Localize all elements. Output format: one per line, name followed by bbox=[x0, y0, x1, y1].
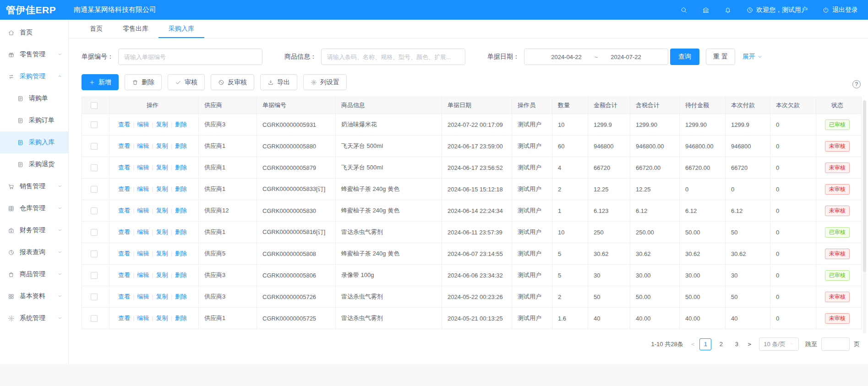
search-submit-button[interactable]: 查询 bbox=[670, 49, 699, 65]
edit-link[interactable]: 编辑 bbox=[137, 315, 149, 321]
copy-link[interactable]: 复制 bbox=[156, 121, 168, 128]
edit-link[interactable]: 编辑 bbox=[137, 142, 149, 149]
page-number-2[interactable]: 2 bbox=[715, 338, 727, 350]
tab-home[interactable]: 首页 bbox=[80, 20, 113, 38]
sidebar-item-products[interactable]: 商品管理 bbox=[0, 263, 68, 285]
sidebar-item-finance[interactable]: 财务管理 bbox=[0, 219, 68, 241]
delete-link[interactable]: 删除 bbox=[175, 315, 187, 321]
delete-link[interactable]: 删除 bbox=[175, 185, 187, 192]
edit-link[interactable]: 编辑 bbox=[137, 250, 149, 257]
view-link[interactable]: 查看 bbox=[118, 185, 130, 192]
edit-link[interactable]: 编辑 bbox=[137, 293, 149, 300]
sidebar-item-home[interactable]: 首页 bbox=[0, 22, 68, 43]
edit-link[interactable]: 编辑 bbox=[137, 207, 149, 214]
jump-page-input[interactable] bbox=[821, 337, 850, 351]
date-from[interactable]: 2024-04-22 bbox=[551, 54, 582, 60]
sidebar-item-basic-data[interactable]: 基本资料 bbox=[0, 285, 68, 307]
row-checkbox[interactable] bbox=[91, 164, 98, 171]
page-number-3[interactable]: 3 bbox=[731, 338, 742, 350]
sidebar-item-purchase-order[interactable]: 采购订单 bbox=[0, 109, 68, 131]
product-info-input[interactable] bbox=[321, 49, 465, 65]
copy-link[interactable]: 复制 bbox=[156, 207, 168, 214]
view-link[interactable]: 查看 bbox=[118, 121, 130, 128]
sidebar-item-reports[interactable]: 报表查询 bbox=[0, 241, 68, 263]
delete-link[interactable]: 删除 bbox=[175, 121, 187, 128]
view-link[interactable]: 查看 bbox=[118, 142, 130, 149]
prev-page-button[interactable]: < bbox=[690, 341, 696, 348]
view-link[interactable]: 查看 bbox=[118, 315, 130, 321]
row-checkbox[interactable] bbox=[91, 186, 98, 193]
copy-link[interactable]: 复制 bbox=[156, 272, 168, 278]
tab-retail-outbound[interactable]: 零售出库 bbox=[113, 20, 158, 38]
next-page-button[interactable]: > bbox=[746, 341, 753, 348]
sidebar-item-sales[interactable]: 销售管理 bbox=[0, 175, 68, 197]
cell-paid: 40 bbox=[726, 308, 770, 329]
sidebar-item-retail[interactable]: 零售管理 bbox=[0, 43, 68, 65]
add-button[interactable]: 新增 bbox=[82, 74, 119, 90]
unaudit-button[interactable]: 反审核 bbox=[211, 74, 254, 90]
row-checkbox[interactable] bbox=[91, 143, 98, 150]
row-checkbox[interactable] bbox=[91, 315, 98, 322]
edit-link[interactable]: 编辑 bbox=[137, 121, 149, 128]
edit-link[interactable]: 编辑 bbox=[137, 164, 149, 171]
date-to[interactable]: 2024-07-22 bbox=[611, 54, 641, 60]
export-button[interactable]: 导出 bbox=[260, 74, 297, 90]
copy-link[interactable]: 复制 bbox=[156, 142, 168, 149]
copy-link[interactable]: 复制 bbox=[156, 164, 168, 171]
row-checkbox[interactable] bbox=[91, 207, 98, 214]
row-checkbox[interactable] bbox=[91, 294, 98, 300]
row-checkbox[interactable] bbox=[91, 229, 98, 236]
delete-link[interactable]: 删除 bbox=[175, 228, 187, 235]
delete-link[interactable]: 删除 bbox=[175, 207, 187, 214]
bank-button[interactable] bbox=[702, 6, 710, 14]
copy-link[interactable]: 复制 bbox=[156, 185, 168, 192]
edit-link[interactable]: 编辑 bbox=[137, 228, 149, 235]
page-size-select[interactable]: 10 条/页 bbox=[759, 337, 799, 351]
search-button[interactable] bbox=[680, 6, 688, 14]
view-link[interactable]: 查看 bbox=[118, 207, 130, 214]
delete-button[interactable]: 删除 bbox=[125, 74, 162, 90]
column-settings-button[interactable]: 列设置 bbox=[303, 74, 347, 90]
row-checkbox[interactable] bbox=[91, 250, 98, 257]
copy-link[interactable]: 复制 bbox=[156, 228, 168, 235]
sidebar-item-system[interactable]: 系统管理 bbox=[0, 307, 68, 329]
copy-link[interactable]: 复制 bbox=[156, 315, 168, 321]
edit-link[interactable]: 编辑 bbox=[137, 185, 149, 192]
select-all-checkbox[interactable] bbox=[91, 102, 98, 109]
sidebar-item-label: 零售管理 bbox=[20, 50, 45, 59]
row-checkbox[interactable] bbox=[91, 121, 98, 128]
view-link[interactable]: 查看 bbox=[118, 228, 130, 235]
delete-link[interactable]: 删除 bbox=[175, 142, 187, 149]
audit-button[interactable]: 审核 bbox=[168, 74, 205, 90]
tab-purchase-inbound[interactable]: 采购入库 bbox=[158, 20, 204, 38]
user-menu[interactable]: 欢迎您，测试用户 bbox=[746, 6, 808, 14]
reset-button[interactable]: 重 置 bbox=[706, 49, 735, 65]
row-checkbox[interactable] bbox=[91, 272, 98, 279]
sidebar-item-purchase-return[interactable]: 采购退货 bbox=[0, 153, 68, 175]
view-link[interactable]: 查看 bbox=[118, 272, 130, 278]
delete-link[interactable]: 删除 bbox=[175, 293, 187, 300]
copy-link[interactable]: 复制 bbox=[156, 250, 168, 257]
date-range-picker[interactable]: 2024-04-22 ~ 2024-07-22 bbox=[524, 49, 668, 65]
delete-link[interactable]: 删除 bbox=[175, 164, 187, 171]
page-number-1[interactable]: 1 bbox=[699, 338, 711, 350]
bill-no-input[interactable] bbox=[118, 49, 262, 65]
delete-link[interactable]: 删除 bbox=[175, 250, 187, 257]
copy-link[interactable]: 复制 bbox=[156, 293, 168, 300]
edit-link[interactable]: 编辑 bbox=[137, 272, 149, 278]
delete-link[interactable]: 删除 bbox=[175, 272, 187, 278]
view-link[interactable]: 查看 bbox=[118, 164, 130, 171]
logout-button[interactable]: 退出登录 bbox=[822, 6, 858, 14]
sidebar-item-purchase[interactable]: 采购管理 bbox=[0, 65, 68, 87]
expand-toggle[interactable]: 展开 bbox=[742, 53, 763, 61]
vertical-scrollbar[interactable] bbox=[863, 100, 866, 334]
sidebar-item-purchase-inbound[interactable]: 采购入库 bbox=[0, 131, 68, 153]
sidebar-item-warehouse[interactable]: 仓库管理 bbox=[0, 197, 68, 219]
scrollbar-thumb[interactable] bbox=[863, 100, 866, 272]
view-link[interactable]: 查看 bbox=[118, 250, 130, 257]
help-icon[interactable]: ? bbox=[852, 80, 861, 88]
view-link[interactable]: 查看 bbox=[118, 293, 130, 300]
download-icon bbox=[267, 79, 274, 86]
notifications-button[interactable] bbox=[724, 6, 732, 14]
sidebar-item-purchase-request[interactable]: 请购单 bbox=[0, 87, 68, 109]
